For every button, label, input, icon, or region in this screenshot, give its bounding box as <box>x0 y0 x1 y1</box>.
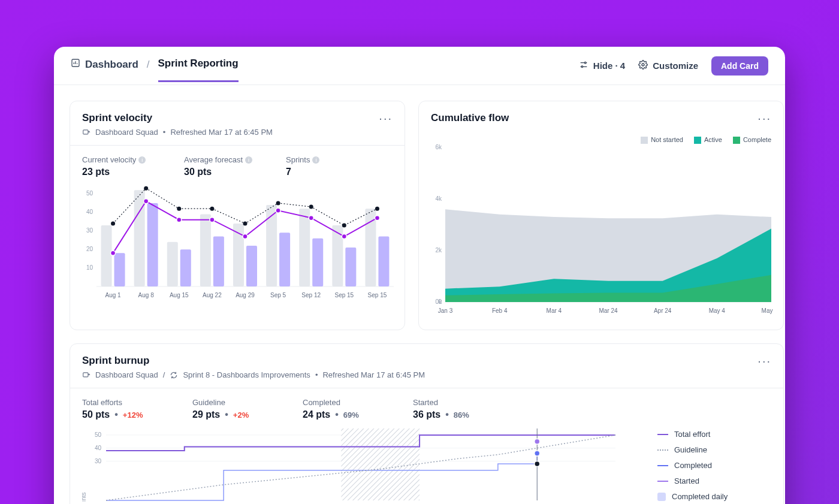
info-icon[interactable]: i <box>138 156 146 164</box>
velocity-chart: 1020304050Aug 1Aug 8Aug 15Aug 22Aug 29Se… <box>79 181 397 301</box>
svg-point-48 <box>276 201 280 205</box>
legend-started: Started <box>674 476 699 485</box>
cumulative-chart: 0k2k4k6k0Jan 3Feb 4Mar 4Mar 24Apr 24May … <box>427 144 775 316</box>
velocity-menu-button[interactable]: ··· <box>379 112 393 124</box>
dot: • <box>114 409 118 420</box>
svg-point-1 <box>584 62 586 64</box>
card-sprint-velocity: Sprint velocity Dashboard Squad • Refres… <box>70 101 405 330</box>
svg-point-38 <box>111 221 115 225</box>
stat-average-forecast: Average forecasti 30 pts <box>184 155 262 177</box>
burnup-title: Sprint burnup <box>82 355 425 367</box>
svg-text:May 4: May 4 <box>709 307 726 314</box>
stat-value: 30 pts <box>184 167 262 177</box>
burnup-menu-button[interactable]: ··· <box>757 355 771 367</box>
svg-rect-36 <box>378 237 389 286</box>
burnup-team: Dashboard Squad <box>95 370 158 379</box>
svg-text:40: 40 <box>86 209 93 215</box>
svg-text:Mar 4: Mar 4 <box>547 307 562 314</box>
svg-point-2 <box>581 66 583 68</box>
sprint-icon <box>170 371 178 379</box>
cumulative-menu-button[interactable]: ··· <box>757 112 771 124</box>
burnup-refreshed: Refreshed Mar 17 at 6:45 PM <box>322 370 425 379</box>
gear-icon <box>638 60 648 71</box>
svg-text:4k: 4k <box>435 195 442 202</box>
stat-value: 7 <box>286 167 364 177</box>
svg-point-39 <box>111 251 116 255</box>
velocity-title: Sprint velocity <box>82 112 273 124</box>
svg-point-55 <box>375 216 379 221</box>
svg-rect-20 <box>200 214 211 286</box>
dot: • <box>225 409 228 420</box>
customize-button[interactable]: Customize <box>638 60 698 71</box>
stat-label: Sprints <box>286 155 310 164</box>
cumulative-legend: Not started Active Complete <box>419 132 783 144</box>
svg-text:50: 50 <box>86 190 93 197</box>
hide-label: Hide · 4 <box>593 61 625 71</box>
stat-label: Current velocity <box>82 155 136 164</box>
svg-text:Aug 15: Aug 15 <box>170 292 189 298</box>
chart-icon <box>71 58 80 71</box>
svg-text:2k: 2k <box>435 247 442 253</box>
svg-point-41 <box>144 199 149 204</box>
stat-guideline: Guideline 29 pts•+2% <box>192 398 270 420</box>
hide-button[interactable]: Hide · 4 <box>579 60 625 71</box>
svg-rect-69 <box>83 373 88 377</box>
stat-started: Started 36 pts•86% <box>413 398 491 420</box>
stat-value: 29 pts <box>192 409 220 420</box>
svg-rect-29 <box>299 209 310 286</box>
svg-point-54 <box>375 207 379 211</box>
stat-label: Average forecast <box>184 155 243 164</box>
svg-text:Sep 15: Sep 15 <box>334 292 354 298</box>
svg-text:50: 50 <box>95 431 102 438</box>
dot-separator: • <box>315 370 318 379</box>
svg-rect-78 <box>341 428 420 500</box>
burnup-chart: 304050ints <box>82 425 621 503</box>
card-cumulative-flow: Cumulative flow ··· Not started Active C… <box>418 101 784 330</box>
info-icon[interactable]: i <box>245 156 252 164</box>
svg-point-46 <box>243 221 248 225</box>
svg-rect-35 <box>365 209 376 286</box>
card-sprint-burnup: Sprint burnup Dashboard Squad / Sprint 8… <box>70 343 784 504</box>
stat-completed: Completed 24 pts•69% <box>303 398 381 420</box>
svg-text:ints: ints <box>82 493 87 502</box>
stat-value: 23 pts <box>82 167 160 177</box>
svg-rect-12 <box>114 253 125 286</box>
svg-text:Aug 8: Aug 8 <box>138 292 155 298</box>
svg-text:May 15: May 15 <box>762 307 775 314</box>
svg-text:30: 30 <box>95 458 102 464</box>
legend-active: Active <box>704 136 722 143</box>
svg-point-45 <box>210 218 215 222</box>
svg-text:Jan 3: Jan 3 <box>438 307 453 314</box>
svg-rect-24 <box>246 246 257 286</box>
cumulative-title: Cumulative flow <box>431 112 509 124</box>
legend-completed: Completed <box>674 461 712 470</box>
breadcrumb-separator: / <box>147 59 150 82</box>
stat-label: Started <box>413 398 491 407</box>
velocity-team: Dashboard Squad <box>95 128 158 137</box>
svg-text:6k: 6k <box>435 144 442 150</box>
svg-text:30: 30 <box>86 227 93 234</box>
svg-text:40: 40 <box>95 445 102 451</box>
svg-point-43 <box>177 218 182 222</box>
svg-point-82 <box>535 461 540 467</box>
add-card-button[interactable]: Add Card <box>711 56 768 76</box>
svg-rect-33 <box>345 248 356 286</box>
stat-value: 50 pts <box>82 409 110 420</box>
svg-text:20: 20 <box>86 246 93 252</box>
stat-label: Completed <box>303 398 381 407</box>
dot: • <box>445 409 449 420</box>
page-title: Sprint Reporting <box>158 58 239 70</box>
svg-text:0: 0 <box>438 298 442 305</box>
stat-sprints: Sprintsi 7 <box>286 155 364 177</box>
breadcrumb: Dashboard / Sprint Reporting <box>71 58 579 82</box>
stat-current-velocity: Current velocityi 23 pts <box>82 155 160 177</box>
legend-total-effort: Total effort <box>674 430 710 439</box>
svg-point-42 <box>177 207 181 211</box>
info-icon[interactable]: i <box>312 156 319 164</box>
svg-point-50 <box>309 205 313 209</box>
breadcrumb-dashboard-label: Dashboard <box>85 59 138 71</box>
breadcrumb-current[interactable]: Sprint Reporting <box>158 58 239 82</box>
svg-point-47 <box>243 234 248 239</box>
breadcrumb-dashboard[interactable]: Dashboard <box>71 58 138 82</box>
burnup-sprint: Sprint 8 - Dashboards Improvements <box>183 370 310 379</box>
